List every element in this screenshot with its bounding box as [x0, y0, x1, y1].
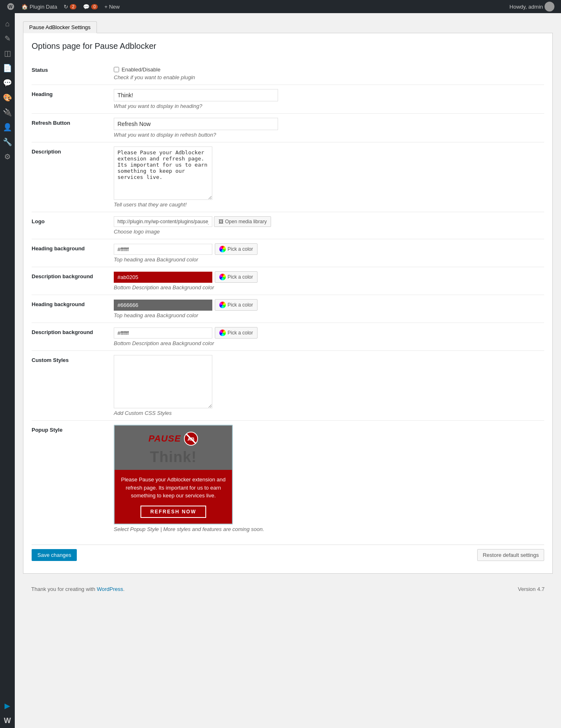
- heading-label: Heading: [32, 85, 114, 114]
- popup-refresh-button[interactable]: REFRESH NOW: [140, 506, 206, 518]
- heading-help: What you want to display in heading?: [114, 103, 544, 109]
- color-wheel-icon3: [219, 302, 226, 308]
- heading-field: What you want to display in heading?: [114, 85, 544, 114]
- custom-styles-textarea[interactable]: [114, 355, 212, 408]
- updates-bar[interactable]: ↻ 2: [60, 0, 80, 13]
- sidebar-users[interactable]: 👤: [0, 120, 15, 135]
- heading-row: Heading What you want to display in head…: [32, 85, 544, 114]
- heading-bg2-input[interactable]: [114, 300, 212, 311]
- refresh-button-help: What you want to display in refresh butt…: [114, 132, 544, 138]
- refresh-button-field: What you want to display in refresh butt…: [114, 114, 544, 142]
- popup-pause-logo: Pause AB: [119, 431, 228, 446]
- desc-bg1-input[interactable]: [114, 272, 212, 283]
- logo-url-input[interactable]: [114, 216, 212, 227]
- comments-bar[interactable]: 💬 0: [80, 0, 101, 13]
- sidebar-posts[interactable]: ✎: [0, 31, 15, 46]
- sidebar-dashboard[interactable]: ⌂: [0, 16, 15, 31]
- save-changes-button[interactable]: Save changes: [32, 549, 77, 561]
- logo-help: Choose logo image: [114, 229, 544, 235]
- sidebar-settings[interactable]: ⚙: [0, 149, 15, 164]
- logo-field: 🖼 Open media library Choose logo image: [114, 212, 544, 239]
- page-title: Options page for Pause Adblocker: [32, 41, 544, 51]
- logo-label: Logo: [32, 212, 114, 239]
- description-help: Tell users that they are caught!: [114, 201, 544, 208]
- popup-description: Please Pause your Adblocker extension an…: [120, 476, 227, 500]
- custom-styles-field: Add Custom CSS Styles: [114, 351, 544, 421]
- heading-input[interactable]: [114, 89, 278, 101]
- heading-bg1-input[interactable]: [114, 244, 212, 255]
- popup-body: Please Pause your Adblocker extension an…: [115, 470, 232, 524]
- popup-style-field: Pause AB Think!: [114, 421, 544, 536]
- status-label: Status: [32, 61, 114, 85]
- form-actions: Save changes Restore default settings: [32, 545, 544, 561]
- image-icon: 🖼: [218, 219, 223, 224]
- desc-bg1-pick-color-button[interactable]: Pick a color: [215, 271, 258, 283]
- sidebar-wp-logo[interactable]: W: [0, 713, 15, 728]
- restore-default-settings-button[interactable]: Restore default settings: [477, 549, 544, 561]
- sidebar-media[interactable]: ◫: [0, 46, 15, 61]
- desc-bg1-row: Description background Pick a color Bott…: [32, 267, 544, 295]
- page-card: Options page for Pause Adblocker Status …: [23, 33, 553, 574]
- desc-bg1-help: Bottom Description area Backgruond color: [114, 284, 544, 291]
- popup-header: Pause AB Think!: [115, 426, 232, 470]
- custom-styles-row: Custom Styles Add Custom CSS Styles: [32, 351, 544, 421]
- heading-bg1-row: Heading background Pick a color Top head…: [32, 239, 544, 267]
- heading-bg1-help: Top heading area Backgruond color: [114, 256, 544, 263]
- description-field: Please Pause your Adblocker extension an…: [114, 142, 544, 212]
- custom-styles-label: Custom Styles: [32, 351, 114, 421]
- refresh-button-row: Refresh Button What you want to display …: [32, 114, 544, 142]
- desc-bg2-row: Description background Pick a color Bott…: [32, 323, 544, 351]
- heading-bg2-label: Heading background: [32, 295, 114, 323]
- new-content-bar[interactable]: + New: [101, 0, 123, 13]
- heading-bg2-row: Heading background Pick a color Top head…: [32, 295, 544, 323]
- wp-footer: Thank you for creating with WordPress. V…: [23, 582, 553, 596]
- desc-bg2-input[interactable]: [114, 327, 212, 339]
- footer-credit: Thank you for creating with WordPress.: [31, 586, 124, 592]
- custom-styles-help: Add Custom CSS Styles: [114, 410, 544, 416]
- svg-text:AB: AB: [187, 436, 194, 442]
- desc-bg1-field: Pick a color Bottom Description area Bac…: [114, 267, 544, 295]
- popup-think-text: Think!: [119, 449, 228, 466]
- adblock-icon: AB: [184, 431, 198, 446]
- desc-bg2-pick-color-button[interactable]: Pick a color: [215, 327, 258, 339]
- heading-bg1-label: Heading background: [32, 239, 114, 267]
- status-checkbox[interactable]: [114, 67, 119, 72]
- svg-text:W: W: [9, 5, 13, 9]
- tab-pause-adblocker-settings[interactable]: Pause AdBlocker Settings: [23, 21, 97, 33]
- tab-nav: Pause AdBlocker Settings: [23, 21, 553, 33]
- main-content: Pause AdBlocker Settings Options page fo…: [15, 13, 561, 728]
- refresh-button-input[interactable]: [114, 118, 278, 130]
- sidebar-pages[interactable]: 📄: [0, 61, 15, 76]
- description-row: Description Please Pause your Adblocker …: [32, 142, 544, 212]
- popup-pause-text: Pause: [148, 433, 181, 444]
- status-help: Check if you want to enable plugin: [114, 74, 544, 80]
- wordpress-link[interactable]: WordPress: [97, 586, 123, 592]
- desc-bg2-label: Description background: [32, 323, 114, 351]
- heading-bg2-field: Pick a color Top heading area Backgruond…: [114, 295, 544, 323]
- logo-row: Logo 🖼 Open media library Choose logo im…: [32, 212, 544, 239]
- popup-style-row: Popup Style Pause AB: [32, 421, 544, 536]
- description-label: Description: [32, 142, 114, 212]
- status-field: Enabled/Disable Check if you want to ena…: [114, 61, 544, 85]
- heading-bg2-help: Top heading area Backgruond color: [114, 312, 544, 318]
- status-checkbox-label[interactable]: Enabled/Disable: [122, 66, 161, 73]
- sidebar-tools[interactable]: 🔧: [0, 135, 15, 149]
- howdy-bar[interactable]: Howdy, admin: [506, 0, 558, 13]
- sidebar-appearance[interactable]: 🎨: [0, 90, 15, 105]
- wp-sidebar: ⌂ ✎ ◫ 📄 💬 🎨 🔌 👤 🔧 ⚙ ▶ W: [0, 13, 15, 728]
- footer-version: Version 4.7: [518, 586, 545, 592]
- status-row: Status Enabled/Disable Check if you want…: [32, 61, 544, 85]
- description-textarea[interactable]: Please Pause your Adblocker extension an…: [114, 147, 212, 200]
- open-media-library-button[interactable]: 🖼 Open media library: [214, 216, 271, 227]
- sidebar-comments[interactable]: 💬: [0, 76, 15, 90]
- sidebar-plugins[interactable]: 🔌: [0, 105, 15, 120]
- sidebar-active-plugin[interactable]: ▶: [0, 698, 15, 713]
- heading-bg1-pick-color-button[interactable]: Pick a color: [215, 243, 258, 255]
- color-wheel-icon4: [219, 330, 226, 336]
- color-wheel-icon: [219, 246, 226, 252]
- desc-bg2-help: Bottom Description area Backgruond color: [114, 340, 544, 346]
- wp-logo-bar[interactable]: W: [3, 0, 18, 13]
- site-name-bar[interactable]: 🏠 Plugin Data: [18, 0, 60, 13]
- heading-bg1-field: Pick a color Top heading area Backgruond…: [114, 239, 544, 267]
- heading-bg2-pick-color-button[interactable]: Pick a color: [215, 299, 258, 311]
